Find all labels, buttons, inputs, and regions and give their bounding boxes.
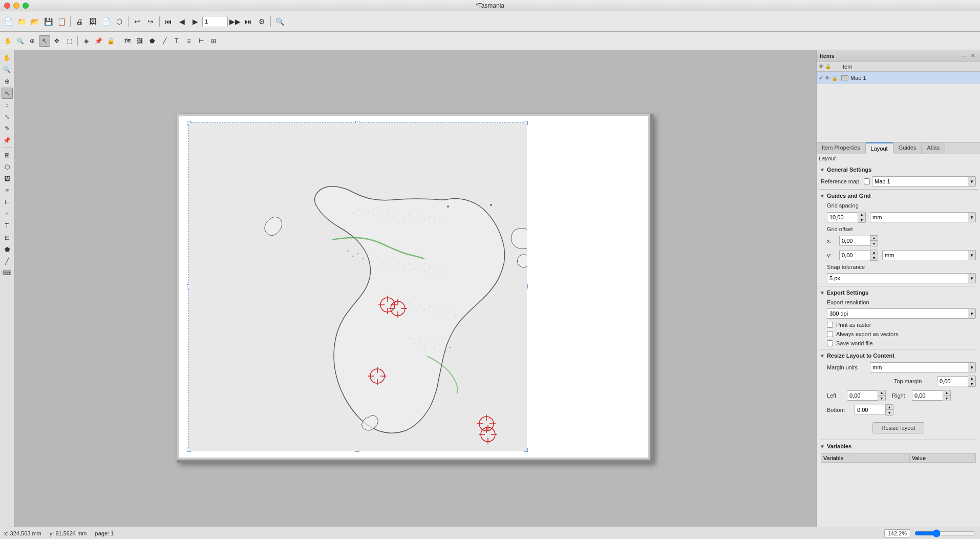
close-button[interactable]: [4, 3, 10, 9]
items-close-button[interactable]: ✕: [969, 52, 977, 60]
general-settings-header[interactable]: ▼ General Settings: [819, 164, 978, 175]
redo-button[interactable]: ↪: [144, 15, 157, 28]
undo-button[interactable]: ↩: [131, 15, 143, 28]
grid-offset-y-down[interactable]: ▼: [870, 255, 878, 260]
save-button[interactable]: 💾: [42, 15, 54, 28]
items-collapse-button[interactable]: —: [960, 52, 968, 60]
right-margin-input[interactable]: 0,00: [912, 390, 943, 401]
open-project-button[interactable]: 📁: [15, 15, 28, 28]
bottom-margin-input[interactable]: 0,00: [855, 405, 885, 415]
reference-map-checkbox[interactable]: [864, 178, 870, 184]
top-margin-down[interactable]: ▼: [968, 381, 975, 386]
zoom-extent-tool[interactable]: ⬚: [63, 35, 75, 47]
grid-spacing-up[interactable]: ▲: [858, 212, 865, 217]
map-frame[interactable]: [188, 122, 526, 450]
zoom-in-button[interactable]: 🔍: [273, 15, 286, 28]
margin-units-dropdown[interactable]: ▼: [968, 362, 976, 372]
grid-offset-x-up[interactable]: ▲: [870, 236, 878, 241]
atlas-last-button[interactable]: ⏭: [242, 15, 254, 28]
pin-tool[interactable]: 📌: [93, 35, 104, 47]
save-world-file-checkbox[interactable]: [827, 340, 833, 346]
items-row-map1[interactable]: ✓ 👁 🔒 Map 1: [817, 72, 980, 84]
print-as-raster-checkbox[interactable]: [827, 322, 833, 328]
export-image-button[interactable]: 🖼: [87, 15, 99, 28]
grid-offset-x-input[interactable]: 0,00: [839, 236, 870, 246]
zoom-in-left-tool[interactable]: ⊕: [2, 76, 13, 87]
page-input[interactable]: 1: [202, 16, 228, 27]
atlas-first-button[interactable]: ⏮: [162, 15, 175, 28]
add-scalebar-left-tool[interactable]: ⊢: [2, 197, 13, 208]
edit-nodes-tool[interactable]: ◈: [80, 35, 92, 47]
export-svg-button[interactable]: ⬡: [113, 15, 125, 28]
tab-item-properties[interactable]: Item Properties: [817, 142, 866, 154]
add-label-left-tool[interactable]: T: [2, 220, 13, 232]
add-polygon-tool[interactable]: ⬟: [146, 35, 158, 47]
bottom-margin-down[interactable]: ▼: [886, 410, 893, 415]
grid-offset-unit-dropdown[interactable]: ▼: [968, 250, 976, 260]
atlas-prev-button[interactable]: ◀: [176, 15, 188, 28]
top-margin-input[interactable]: 0,00: [937, 376, 968, 386]
grid-spacing-input[interactable]: 10,00: [827, 212, 858, 222]
add-polyline-tool[interactable]: ╱: [159, 35, 170, 47]
export-resolution-input[interactable]: 300 dpi: [827, 308, 968, 319]
save-as-button[interactable]: 📋: [55, 15, 68, 28]
new-button[interactable]: 📄: [2, 15, 14, 28]
always-export-vectors-checkbox[interactable]: [827, 331, 833, 337]
guides-grid-header[interactable]: ▼ Guides and Grid: [819, 191, 978, 201]
grid-spacing-unit-input[interactable]: mm: [870, 212, 968, 222]
grid-offset-y-up[interactable]: ▲: [870, 250, 878, 255]
add-map-tool[interactable]: 🗺: [122, 35, 133, 47]
maximize-button[interactable]: [23, 3, 29, 9]
print-button[interactable]: 🖨: [73, 15, 86, 28]
add-north-arrow-tool[interactable]: ↑: [2, 209, 13, 220]
resize-layout-header[interactable]: ▼ Resize Layout to Content: [819, 350, 978, 361]
add-table-tool[interactable]: ⊞: [208, 35, 219, 47]
grid-spacing-unit-dropdown[interactable]: ▼: [968, 212, 976, 222]
add-map-left-tool[interactable]: ⊞: [2, 150, 13, 161]
grid-offset-y-input[interactable]: 0,00: [839, 250, 870, 260]
reference-map-dropdown[interactable]: ▼: [968, 176, 976, 186]
zoom-left-tool[interactable]: 🔍: [2, 64, 13, 75]
add-image-left-tool[interactable]: 🖼: [2, 173, 13, 184]
export-resolution-dropdown[interactable]: ▼: [968, 308, 976, 319]
select-left-tool[interactable]: ↖: [2, 88, 13, 99]
atlas-next-button[interactable]: ▶▶: [229, 15, 241, 28]
right-margin-up[interactable]: ▲: [943, 390, 950, 396]
left-margin-down[interactable]: ▼: [878, 396, 885, 401]
pin-left-tool[interactable]: 📌: [2, 135, 13, 146]
add-label-tool[interactable]: T: [171, 35, 182, 47]
add-table-left-tool[interactable]: ⊟: [2, 232, 13, 243]
tab-guides[interactable]: Guides: [893, 142, 922, 154]
edit-left-tool[interactable]: ✎: [2, 123, 13, 134]
margin-units-input[interactable]: mm: [870, 362, 968, 372]
grid-offset-unit-input[interactable]: mm: [882, 250, 968, 260]
pan-left-tool[interactable]: ✋: [2, 52, 13, 64]
top-margin-up[interactable]: ▲: [968, 376, 975, 381]
bottom-margin-up[interactable]: ▲: [886, 405, 893, 410]
variables-header[interactable]: ▼ Variables: [819, 441, 978, 451]
snap-tolerance-input[interactable]: 5 px: [827, 273, 968, 283]
move-item-tool[interactable]: ↕: [2, 99, 13, 111]
zoom-slider[interactable]: [914, 530, 976, 537]
right-margin-down[interactable]: ▼: [943, 396, 950, 401]
resize-layout-button[interactable]: Resize layout: [872, 422, 924, 433]
move-content-tool[interactable]: ✥: [51, 35, 62, 47]
export-settings-header[interactable]: ▼ Export Settings: [819, 287, 978, 298]
add-legend-left-tool[interactable]: ≡: [2, 185, 13, 196]
add-image-tool[interactable]: 🖼: [134, 35, 145, 47]
atlas-next-single-button[interactable]: ▶: [189, 15, 201, 28]
tab-layout[interactable]: Layout: [866, 142, 893, 154]
grid-offset-x-down[interactable]: ▼: [870, 241, 878, 246]
grid-spacing-down[interactable]: ▼: [858, 217, 865, 222]
atlas-settings-button[interactable]: ⚙: [255, 15, 268, 28]
add-legend-tool[interactable]: ≡: [183, 35, 195, 47]
unpin-tool[interactable]: 🔓: [105, 35, 116, 47]
reference-map-input[interactable]: Map 1: [872, 176, 968, 186]
add-3d-map-tool[interactable]: ⬡: [2, 161, 13, 173]
add-polyline-left-tool[interactable]: ╱: [2, 256, 13, 267]
add-scalebar-tool[interactable]: ⊢: [196, 35, 207, 47]
snap-tolerance-dropdown[interactable]: ▼: [968, 273, 976, 283]
add-html-tool[interactable]: ⌨: [2, 267, 13, 279]
zoom-tool[interactable]: 🔍: [14, 35, 26, 47]
minimize-button[interactable]: [13, 3, 19, 9]
